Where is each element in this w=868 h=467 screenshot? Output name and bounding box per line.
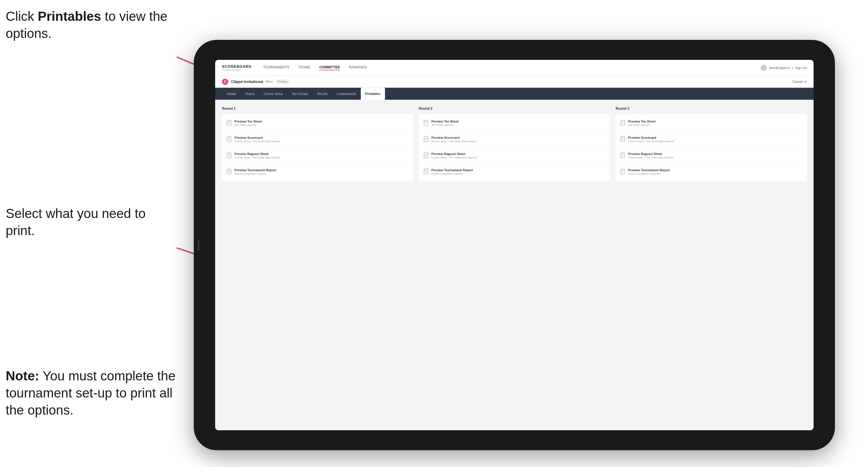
- divider: [620, 147, 802, 148]
- r1-tee-sheet-title: Preview Tee Sheet: [235, 120, 262, 123]
- scorecard-icon-r3: [620, 136, 625, 142]
- r2-tournament-report[interactable]: Preview Tournament Report Round Completi…: [424, 167, 606, 176]
- svg-rect-28: [424, 153, 428, 158]
- tournament-badge: (Men): [266, 80, 273, 83]
- tab-details[interactable]: Details: [222, 88, 241, 100]
- r1-tee-sheet[interactable]: Preview Tee Sheet Tee Sheet required: [226, 119, 409, 128]
- annotation-bold-1: Printables: [38, 9, 101, 24]
- r1-report-subtitle: Round Completion required: [235, 173, 276, 175]
- divider: [424, 131, 606, 131]
- round-3-section: Round 3 Preview Tee Sheet Tee Sheet requ…: [616, 106, 807, 181]
- round-1-title: Round 1: [222, 106, 413, 111]
- scorecard-icon: [226, 136, 232, 142]
- r1-scorecard-text: Preview Scorecard Course setup + Tee She…: [235, 136, 280, 143]
- r3-tee-sheet[interactable]: Preview Tee Sheet Tee Sheet required: [620, 119, 802, 128]
- top-nav-links: TOURNAMENTS TEAMS COMMITTEE RANKINGS: [263, 65, 761, 70]
- tablet-screen: SCOREBOARD Powered by clippd TOURNAMENTS…: [215, 60, 813, 430]
- svg-rect-12: [227, 153, 231, 158]
- tab-tee-groups[interactable]: Tee Groups: [287, 88, 313, 100]
- cancel-x-icon: ✕: [804, 80, 807, 84]
- nav-teams[interactable]: TEAMS: [298, 65, 310, 70]
- rounds-grid: Round 1 Preview Tee Sheet Tee S: [222, 106, 807, 181]
- divider: [226, 147, 409, 148]
- r2-report-title: Preview Tournament Report: [431, 168, 473, 172]
- tab-leaderboards[interactable]: Leaderboards: [332, 88, 361, 100]
- annotation-bottom: Note: You must complete the tournament s…: [6, 368, 188, 418]
- r2-raguzzi[interactable]: Preview Raguzzi Sheet Course setup + Tee…: [424, 151, 606, 160]
- r2-scorecard-subtitle: Course setup + Tee Sheet data required: [431, 140, 477, 143]
- tab-course-setup[interactable]: Course Setup: [259, 88, 287, 100]
- raguzzi-icon-r2: [424, 152, 429, 158]
- r1-tee-sheet-subtitle: Tee Sheet required: [235, 124, 262, 126]
- r3-tee-sheet-title: Preview Tee Sheet: [628, 120, 655, 123]
- divider: [424, 147, 606, 148]
- divider: [424, 163, 606, 164]
- scoreboard-logo: SCOREBOARD Powered by clippd: [222, 64, 252, 71]
- annotation-middle: Select what you need to print.: [6, 205, 171, 239]
- r3-tournament-report[interactable]: Preview Tournament Report Round Completi…: [620, 167, 802, 176]
- r2-tee-sheet[interactable]: Preview Tee Sheet Tee Sheet required: [424, 119, 606, 128]
- sub-nav: Details Teams Course Setup Tee Groups Re…: [215, 88, 813, 100]
- r3-report-subtitle: Round Completion required: [628, 173, 670, 175]
- r1-raguzzi-title: Preview Raguzzi Sheet: [235, 152, 280, 156]
- svg-rect-48: [621, 169, 625, 174]
- round-1-section: Round 1 Preview Tee Sheet Tee S: [222, 106, 413, 181]
- r3-raguzzi[interactable]: Preview Raguzzi Sheet Course setup + Tee…: [620, 151, 802, 160]
- round-2-title: Round 2: [419, 106, 610, 111]
- svg-rect-16: [227, 169, 231, 174]
- r1-scorecard[interactable]: Preview Scorecard Course setup + Tee She…: [226, 135, 409, 144]
- r1-report-title: Preview Tournament Report: [235, 168, 276, 172]
- nav-committee[interactable]: COMMITTEE: [319, 65, 340, 70]
- top-nav-right: blair@clippd.io | Sign out: [761, 65, 807, 71]
- annotation-bold-note: Note:: [6, 368, 39, 383]
- tournament-name: Clippd Invitational: [231, 80, 263, 84]
- tee-sheet-icon-r2: [424, 120, 429, 126]
- scorecard-icon-r2: [424, 136, 429, 142]
- report-icon-r3: [620, 169, 625, 175]
- r3-raguzzi-title: Preview Raguzzi Sheet: [628, 152, 674, 156]
- divider: [620, 131, 802, 131]
- r2-raguzzi-subtitle: Course setup + Tee Sheet data required: [431, 156, 477, 159]
- main-content: Round 1 Preview Tee Sheet Tee S: [215, 100, 813, 430]
- divider: [226, 163, 409, 164]
- nav-tournaments[interactable]: TOURNAMENTS: [263, 65, 289, 70]
- annotation-top: Click Printables to view the options.: [6, 8, 171, 42]
- tab-results[interactable]: Results: [313, 88, 332, 100]
- sign-out-link[interactable]: Sign out: [795, 66, 807, 69]
- svg-rect-36: [621, 120, 625, 125]
- svg-rect-20: [424, 120, 428, 125]
- round-2-card: Preview Tee Sheet Tee Sheet required Pre…: [419, 114, 610, 181]
- r1-raguzzi[interactable]: Preview Raguzzi Sheet Course setup + Tee…: [226, 151, 409, 160]
- cancel-button[interactable]: Cancel ✕: [792, 80, 807, 84]
- round-3-card: Preview Tee Sheet Tee Sheet required Pre…: [616, 114, 807, 181]
- tournament-bar: C Clippd Invitational (Men) Hosting Canc…: [215, 76, 813, 88]
- nav-separator: |: [792, 66, 793, 69]
- logo-sub: Powered by clippd: [222, 69, 252, 71]
- r2-report-subtitle: Round Completion required: [431, 173, 473, 175]
- round-3-title: Round 3: [616, 106, 807, 111]
- r2-scorecard[interactable]: Preview Scorecard Course setup + Tee She…: [424, 135, 606, 144]
- svg-rect-8: [227, 136, 231, 142]
- round-1-card: Preview Tee Sheet Tee Sheet required: [222, 114, 413, 181]
- raguzzi-icon-r3: [620, 152, 625, 158]
- r3-raguzzi-subtitle: Course setup + Tee Sheet data required: [628, 156, 674, 159]
- r1-tournament-report[interactable]: Preview Tournament Report Round Completi…: [226, 167, 409, 176]
- tab-printables[interactable]: Printables: [361, 88, 385, 100]
- r1-report-text: Preview Tournament Report Round Completi…: [235, 168, 276, 175]
- r3-scorecard-subtitle: Course setup + Tee Sheet data required: [628, 140, 674, 143]
- tab-teams[interactable]: Teams: [241, 88, 259, 100]
- r2-raguzzi-title: Preview Raguzzi Sheet: [431, 152, 477, 156]
- logo-title: SCOREBOARD: [222, 64, 252, 69]
- svg-rect-24: [424, 136, 428, 142]
- r3-scorecard[interactable]: Preview Scorecard Course setup + Tee She…: [620, 135, 802, 144]
- r1-raguzzi-text: Preview Raguzzi Sheet Course setup + Tee…: [235, 152, 280, 159]
- tournament-logo: C: [222, 79, 228, 85]
- r3-tee-sheet-subtitle: Tee Sheet required: [628, 124, 655, 126]
- r2-scorecard-title: Preview Scorecard: [431, 136, 477, 139]
- svg-rect-40: [621, 136, 625, 142]
- nav-rankings[interactable]: RANKINGS: [349, 65, 367, 70]
- r3-report-title: Preview Tournament Report: [628, 168, 670, 172]
- divider: [620, 163, 802, 164]
- round-2-section: Round 2 Preview Tee Sheet Tee Sheet requ…: [419, 106, 610, 181]
- r3-scorecard-title: Preview Scorecard: [628, 136, 674, 139]
